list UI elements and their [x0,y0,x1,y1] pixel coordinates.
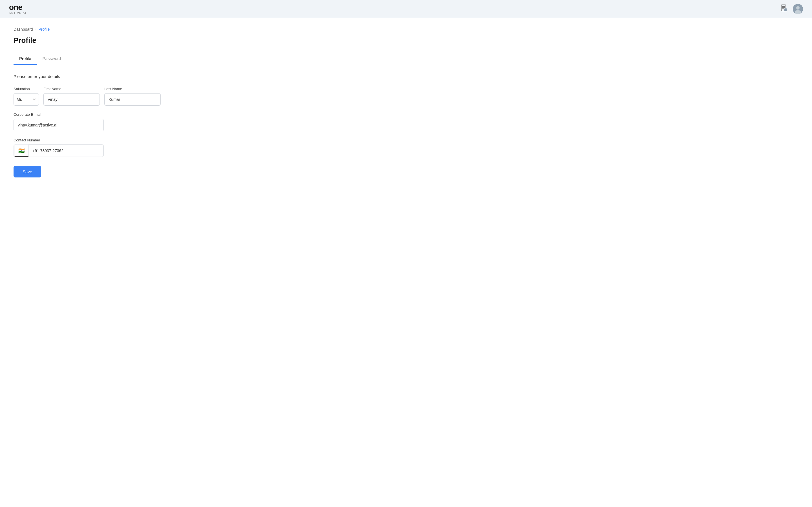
breadcrumb-separator: › [35,27,36,31]
salutation-select[interactable]: Mr. Mrs. Ms. Dr. [13,93,39,106]
name-row: Salutation Mr. Mrs. Ms. Dr. First Name L… [13,87,799,106]
last-name-group: Last Name [104,87,161,106]
svg-text:i: i [785,9,785,11]
first-name-group: First Name [43,87,100,106]
last-name-input[interactable] [104,93,161,106]
header-right: i [781,4,803,14]
tab-password[interactable]: Password [37,53,67,65]
avatar[interactable] [793,4,803,14]
logo: one ACTIVE.AI [9,3,27,14]
email-row: Corporate E-mail [13,112,799,131]
breadcrumb-current: Profile [39,27,50,32]
logo-active-text: ACTIVE.AI [9,11,27,14]
salutation-label: Salutation [13,87,39,91]
phone-flag-button[interactable]: 🇮🇳 [14,145,29,157]
first-name-input[interactable] [43,93,100,106]
app-header: one ACTIVE.AI i [0,0,812,18]
logo-one-text: one [9,3,22,11]
last-name-label: Last Name [104,87,161,91]
main-content: Dashboard › Profile Profile Profile Pass… [0,18,812,507]
form-subtitle: Please enter your details [13,74,799,79]
flag-emoji: 🇮🇳 [18,148,24,154]
page-title: Profile [13,36,799,45]
tab-profile[interactable]: Profile [13,53,37,65]
breadcrumb-dashboard[interactable]: Dashboard [13,27,33,32]
contact-row: Contact Number 🇮🇳 [13,138,799,157]
phone-number-input[interactable] [29,145,103,157]
first-name-label: First Name [43,87,100,91]
document-icon[interactable]: i [781,4,787,13]
phone-input-wrapper: 🇮🇳 [13,145,104,157]
salutation-group: Salutation Mr. Mrs. Ms. Dr. [13,87,39,106]
email-label: Corporate E-mail [13,112,799,117]
email-input[interactable] [13,119,104,131]
breadcrumb: Dashboard › Profile [13,27,799,32]
tabs-container: Profile Password [13,53,799,65]
contact-label: Contact Number [13,138,799,142]
save-button[interactable]: Save [13,166,41,177]
svg-point-7 [796,6,800,10]
